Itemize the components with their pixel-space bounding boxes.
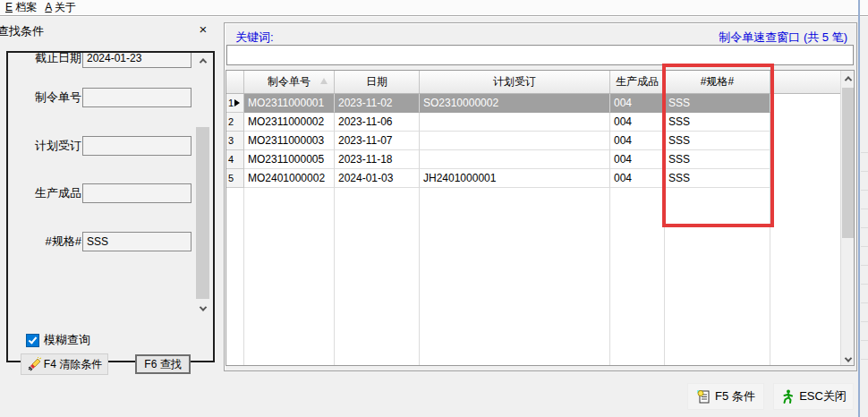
quick-search-panel: 关键词: 制令单速查窗口 (共 5 笔) 制令单号日期计划受订生产成品#规格# … — [224, 22, 857, 371]
table-cell[interactable]: 2023-11-18 — [335, 150, 420, 169]
running-person-icon — [780, 389, 795, 404]
table-cell[interactable]: MO2311000002 — [244, 113, 335, 132]
row-number-cell: 4 — [226, 150, 244, 169]
brush-icon — [27, 357, 41, 371]
field-label: 截止日期 — [9, 53, 81, 68]
table-cell[interactable]: 2023-11-07 — [335, 132, 420, 150]
table-cell[interactable]: SSS — [665, 94, 770, 113]
grid-scrollbar[interactable] — [840, 71, 855, 366]
search-button[interactable]: F6 查找 — [135, 354, 191, 374]
column-header[interactable]: #规格# — [665, 71, 770, 93]
scroll-down-icon[interactable] — [841, 353, 855, 366]
scroll-up-icon[interactable] — [195, 54, 210, 67]
grid-empty-area — [226, 188, 840, 366]
condition-field-row: 计划受订 — [9, 136, 192, 157]
window-border-edge — [858, 0, 860, 417]
empty-column — [244, 188, 335, 366]
condition-field-row: 制令单号 — [9, 88, 192, 109]
scroll-down-icon[interactable] — [195, 302, 210, 315]
app-window: E 档案 A 关于 查找条件 × 截止日期2024-01-23制令单号计划受订生… — [0, 0, 868, 417]
table-row[interactable]: 3MO23110000032023-11-07004SSS — [226, 132, 840, 150]
f5-condition-button[interactable]: F5 条件 — [687, 383, 764, 410]
table-cell[interactable]: 004 — [610, 169, 665, 188]
row-number-cell: 2 — [226, 113, 244, 132]
fields-scrollbar[interactable] — [195, 54, 210, 315]
column-header[interactable]: 计划受订 — [420, 71, 610, 93]
clear-conditions-button[interactable]: F4 清除条件 — [21, 353, 108, 375]
search-button-label: F6 查找 — [144, 357, 181, 372]
menu-item-about[interactable]: A 关于 — [42, 0, 81, 16]
table-cell[interactable]: SO2310000002 — [420, 94, 610, 113]
condition-button-label: F5 条件 — [715, 388, 755, 404]
table-cell[interactable]: MO2401000002 — [244, 169, 335, 188]
empty-column — [610, 188, 665, 366]
table-header-filler — [770, 71, 840, 93]
search-condition-panel: 查找条件 × 截止日期2024-01-23制令单号计划受订生产成品#规格#SSS… — [0, 18, 220, 417]
fuzzy-search-label: 模糊查询 — [44, 332, 90, 348]
table-cell[interactable]: 2023-11-02 — [335, 94, 420, 113]
table-cell[interactable]: JH2401000001 — [420, 169, 610, 188]
table-cell[interactable]: 2024-01-03 — [335, 169, 420, 188]
table-cell[interactable]: SSS — [665, 150, 770, 169]
table-row[interactable]: 1MO23110000012023-11-02SO2310000002004SS… — [226, 94, 840, 113]
scrollbar-thumb[interactable] — [196, 127, 209, 299]
document-icon — [696, 389, 711, 404]
condition-fields: 截止日期2024-01-23制令单号计划受订生产成品#规格#SSS — [9, 53, 192, 314]
fuzzy-search-checkbox[interactable] — [26, 334, 39, 347]
keyword-input[interactable] — [226, 45, 854, 65]
row-number-cell: 5 — [226, 169, 244, 188]
table-cell[interactable]: 004 — [610, 94, 665, 113]
empty-column — [226, 188, 244, 366]
table-row[interactable]: 5MO24010000022024-01-03JH2401000001004SS… — [226, 169, 840, 188]
table-cell[interactable]: MO2311000005 — [244, 150, 335, 169]
empty-column — [665, 188, 770, 366]
table-cell[interactable]: 004 — [610, 150, 665, 169]
row-number-header[interactable] — [226, 71, 244, 93]
results-grid: 制令单号日期计划受订生产成品#规格# 1MO23110000012023-11-… — [226, 70, 855, 366]
column-header[interactable]: 制令单号 — [244, 71, 335, 93]
menu-bar: E 档案 A 关于 — [0, 0, 868, 16]
field-label: 生产成品 — [9, 183, 81, 203]
field-input[interactable] — [82, 88, 191, 107]
table-cell[interactable] — [420, 113, 610, 132]
table-row[interactable]: 2MO23110000022023-11-06004SSS — [226, 113, 840, 132]
table-cell[interactable]: SSS — [665, 169, 770, 188]
table-cell[interactable]: 004 — [610, 113, 665, 132]
menu-label: 档案 — [15, 1, 37, 13]
esc-close-button[interactable]: ESC关闭 — [773, 383, 854, 410]
table-cell[interactable] — [420, 132, 610, 150]
column-header[interactable]: 日期 — [335, 71, 420, 93]
field-label: 计划受订 — [9, 136, 81, 156]
field-input[interactable] — [82, 183, 191, 203]
background-window-gridlines — [861, 134, 868, 367]
table-cell[interactable]: 2023-11-06 — [335, 113, 420, 132]
table-cell[interactable]: MO2311000001 — [244, 94, 335, 113]
empty-column — [420, 188, 610, 366]
panel-header: 查找条件 × — [0, 21, 220, 38]
table-cell[interactable]: 004 — [610, 132, 665, 150]
empty-column — [335, 188, 420, 366]
condition-group-box: 截止日期2024-01-23制令单号计划受订生产成品#规格#SSS 模糊查询 — [6, 51, 215, 362]
menu-label: 关于 — [55, 1, 76, 13]
check-icon — [29, 335, 38, 344]
table-cell[interactable]: SSS — [665, 113, 770, 132]
field-label: #规格# — [9, 232, 81, 251]
table-cell[interactable]: SSS — [665, 132, 770, 150]
scroll-up-icon[interactable] — [841, 72, 855, 85]
condition-field-row: #规格#SSS — [9, 232, 192, 253]
close-icon[interactable]: × — [195, 21, 211, 38]
field-input[interactable] — [82, 136, 191, 156]
field-input[interactable]: 2024-01-23 — [82, 53, 191, 68]
menu-hotkey: A — [45, 1, 51, 13]
menu-hotkey: E — [5, 1, 13, 13]
scrollbar-thumb[interactable] — [842, 88, 855, 238]
table-row[interactable]: 4MO23110000052023-11-18004SSS — [226, 150, 840, 169]
table-cell[interactable]: MO2311000003 — [244, 132, 335, 150]
clear-button-label: F4 清除条件 — [44, 357, 102, 372]
field-input[interactable]: SSS — [82, 232, 191, 251]
menu-item-archive[interactable]: E 档案 — [3, 0, 42, 16]
condition-field-row: 生产成品 — [9, 183, 192, 205]
table-cell[interactable] — [420, 150, 610, 169]
column-header[interactable]: 生产成品 — [610, 71, 665, 93]
row-number-cell: 1 — [226, 94, 244, 113]
